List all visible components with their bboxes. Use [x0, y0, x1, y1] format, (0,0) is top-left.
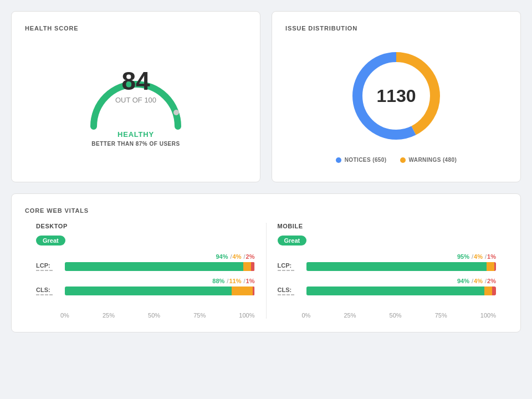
legend-warnings: WARNINGS (480) [400, 157, 457, 163]
issue-distribution-card: ISSUE DISTRIBUTION 1130 NOTICES (650) [272, 11, 521, 182]
x-75: 75% [193, 312, 206, 319]
mx-75: 75% [435, 312, 447, 319]
cwv-content: DESKTOP Great 94% / 4% / 2% LCP: [25, 223, 507, 319]
health-score-card: HEALTH SCORE 84 OUT OF 100 HEALTHY BET [11, 11, 260, 182]
mobile-cls-red-bar [492, 287, 496, 295]
mobile-cls-pcts: 94% / 4% / 2% [278, 278, 497, 284]
mobile-cls-row: 94% / 4% / 2% CLS: [278, 278, 497, 295]
health-score-title: HEALTH SCORE [25, 25, 247, 32]
mx-100: 100% [480, 312, 496, 319]
mobile-cls-yellow-pct: 4% [474, 278, 483, 284]
cwv-desktop: DESKTOP Great 94% / 4% / 2% LCP: [25, 223, 266, 319]
donut-total: 1130 [376, 86, 416, 106]
of-users-text: OF USERS [147, 141, 180, 147]
desktop-cls-row: 88% / 11% / 1% CLS: [36, 278, 255, 295]
better-than-text: BETTER THAN [91, 141, 135, 147]
health-sub: BETTER THAN 87% OF USERS [91, 141, 180, 147]
desktop-lcp-track [65, 262, 255, 271]
desktop-lcp-green-bar [65, 262, 243, 271]
desktop-lcp-yellow-pct: 4% [233, 253, 242, 260]
mobile-lcp-yellow-pct: 4% [474, 253, 483, 260]
mx-50: 50% [390, 312, 402, 319]
mobile-badge: Great [278, 236, 307, 245]
x-50: 50% [148, 312, 160, 319]
desktop-x-axis: 0% 25% 50% 75% 100% [36, 312, 255, 319]
desktop-cls-yellow-bar [232, 287, 253, 295]
legend-notices: NOTICES (650) [336, 157, 387, 163]
warnings-dot [400, 157, 406, 163]
x-100: 100% [239, 312, 254, 319]
mobile-lcp-green-bar [306, 262, 487, 271]
desktop-cls-bar: CLS: [36, 287, 255, 295]
x-0: 0% [60, 312, 69, 319]
svg-point-0 [173, 110, 179, 115]
mx-25: 25% [344, 312, 356, 319]
desktop-label: DESKTOP [36, 223, 255, 229]
desktop-lcp-red-bar [251, 262, 255, 271]
desktop-cls-green-pct: 88% [212, 278, 224, 284]
desktop-cls-track [65, 287, 255, 295]
desktop-lcp-label: LCP: [36, 262, 50, 269]
desktop-lcp-row: 94% / 4% / 2% LCP: [36, 253, 255, 271]
mobile-lcp-track [306, 262, 497, 271]
desktop-lcp-yellow-bar [243, 262, 251, 271]
health-score-content: 84 OUT OF 100 HEALTHY BETTER THAN 87% OF… [25, 40, 247, 158]
mobile-cls-red-pct: 2% [487, 278, 496, 284]
better-than-pct: 87% [136, 141, 148, 147]
mobile-lcp-green-pct: 95% [457, 253, 469, 260]
gauge-container: 84 OUT OF 100 [80, 46, 191, 124]
mobile-lcp-label: LCP: [278, 262, 292, 269]
issue-content: 1130 NOTICES (650) WARNINGS (480) [285, 40, 507, 168]
desktop-lcp-pcts: 94% / 4% / 2% [36, 253, 255, 260]
gauge-text: 84 OUT OF 100 [80, 68, 191, 104]
desktop-lcp-red-pct: 2% [246, 253, 255, 260]
desktop-cls-label: CLS: [36, 287, 50, 293]
cwv-title: CORE WEB VITALS [25, 207, 507, 214]
mobile-lcp-red-bar [494, 262, 496, 271]
donut-container: 1130 [346, 46, 446, 146]
mobile-cls-green-bar [306, 287, 485, 295]
mx-0: 0% [302, 312, 311, 319]
mobile-lcp-bar: LCP: [278, 262, 497, 271]
core-web-vitals-card: CORE WEB VITALS DESKTOP Great 94% / 4% /… [11, 193, 521, 332]
notices-dot [336, 157, 341, 163]
desktop-lcp-bar: LCP: [36, 262, 255, 271]
mobile-cls-green-pct: 94% [457, 278, 469, 284]
gauge-number: 84 [80, 68, 191, 94]
desktop-lcp-green-pct: 94% [216, 253, 228, 260]
mobile-cls-yellow-bar [484, 287, 492, 295]
mobile-lcp-yellow-bar [487, 262, 494, 271]
mobile-x-axis: 0% 25% 50% 75% 100% [278, 312, 497, 319]
mobile-label: MOBILE [278, 223, 497, 229]
legend: NOTICES (650) WARNINGS (480) [336, 157, 457, 163]
desktop-cls-red-bar [253, 287, 254, 295]
cwv-mobile: MOBILE Great 95% / 4% / 1% LCP: [267, 223, 508, 319]
desktop-cls-red-pct: 1% [246, 278, 255, 284]
issue-distribution-title: ISSUE DISTRIBUTION [285, 25, 507, 32]
mobile-cls-label: CLS: [278, 287, 292, 293]
mobile-lcp-row: 95% / 4% / 1% LCP: [278, 253, 497, 271]
warnings-label: WARNINGS (480) [409, 157, 457, 163]
desktop-cls-green-bar [65, 287, 232, 295]
notices-label: NOTICES (650) [345, 157, 387, 163]
mobile-lcp-pcts: 95% / 4% / 1% [278, 253, 497, 260]
x-25: 25% [103, 312, 115, 319]
gauge-out-of: OUT OF 100 [80, 96, 191, 104]
desktop-cls-pcts: 88% / 11% / 1% [36, 278, 255, 284]
desktop-cls-yellow-pct: 11% [229, 278, 241, 284]
mobile-lcp-red-pct: 1% [487, 253, 496, 260]
mobile-cls-track [306, 287, 497, 295]
desktop-badge: Great [36, 236, 65, 245]
mobile-cls-bar: CLS: [278, 287, 497, 295]
